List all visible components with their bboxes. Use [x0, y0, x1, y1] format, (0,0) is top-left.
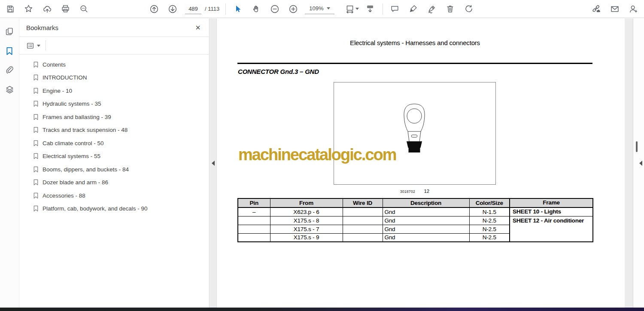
- page-header: Electrical systems - Harnesses and conne…: [237, 39, 592, 46]
- hand-tool-button[interactable]: [247, 0, 265, 18]
- bookmark-label: Frames and ballasting - 39: [43, 114, 111, 120]
- bookmark-item[interactable]: Tracks and track suspension - 48: [19, 124, 209, 137]
- cell-description: Gnd: [383, 233, 469, 242]
- bookmark-icon: [5, 47, 14, 55]
- bookmark-label: Electrical systems - 55: [43, 153, 100, 159]
- bookmark-label: Platform, cab, bodywork, and decals - 90: [43, 205, 148, 212]
- bookmarks-tab[interactable]: [0, 41, 19, 61]
- bookmark-icon: [33, 88, 39, 94]
- next-page-button[interactable]: [163, 0, 182, 18]
- paperclip-icon: [5, 66, 14, 75]
- page-total-label: / 1113: [205, 6, 219, 12]
- rotate-icon: [464, 4, 474, 14]
- bookmark-icon: [33, 179, 39, 186]
- select-tool-button[interactable]: [228, 0, 247, 18]
- collapse-tools-arrow-icon[interactable]: [639, 161, 642, 166]
- attachments-tab[interactable]: [0, 61, 19, 80]
- bookmark-label: Cab climate control - 50: [43, 140, 104, 146]
- search-icon: [79, 4, 88, 13]
- scrolling-mode-button[interactable]: [361, 0, 379, 18]
- bookmark-item[interactable]: Platform, cab, bodywork, and decals - 90: [19, 202, 209, 216]
- add-account-button[interactable]: [624, 0, 642, 18]
- cell-frame: SHEET 12 - Air conditioner: [510, 216, 593, 242]
- cell-from: X175.s - 9: [270, 233, 343, 242]
- cursor-arrow-icon: [234, 5, 242, 13]
- bookmark-item[interactable]: Engine - 10: [19, 84, 209, 98]
- bookmark-icon: [33, 74, 39, 81]
- bookmark-label: Booms, dippers, and buckets - 84: [43, 166, 129, 173]
- cell-color-size: N-2.5: [469, 225, 510, 233]
- bookmark-item[interactable]: Accessories - 88: [19, 189, 209, 202]
- bookmark-item[interactable]: Hydraulic systems - 35: [19, 98, 209, 111]
- favorite-button[interactable]: [19, 0, 38, 18]
- email-button[interactable]: [605, 0, 624, 18]
- connector-table: Pin From Wire ID Description Color/Size …: [237, 198, 593, 242]
- table-row: X175.s - 8 Gnd N-2.5 SHEET 12 - Air cond…: [238, 216, 593, 225]
- bookmark-icon: [33, 140, 39, 146]
- close-panel-button[interactable]: ×: [193, 22, 203, 33]
- previous-page-button[interactable]: [145, 0, 163, 18]
- bookmark-icon: [33, 101, 39, 107]
- page-number-input[interactable]: [185, 4, 201, 14]
- bookmark-item[interactable]: Dozer blade and arm - 86: [19, 176, 209, 189]
- zoom-level-value: 109%: [309, 5, 323, 12]
- bookmark-options-button[interactable]: [26, 42, 40, 50]
- cell-description: Gnd: [383, 225, 469, 233]
- top-toolbar: / 1113 109%: [0, 0, 644, 18]
- delete-button[interactable]: [441, 0, 459, 18]
- bookmark-icon: [33, 205, 39, 212]
- scrollbar-thumb[interactable]: [636, 141, 638, 152]
- page-thumbnails-tab[interactable]: [0, 22, 19, 41]
- toolbar-divider: [225, 3, 226, 15]
- print-button[interactable]: [56, 0, 75, 18]
- bookmark-label: INTRODUCTION: [43, 74, 87, 81]
- bookmark-item[interactable]: Contents: [19, 58, 209, 71]
- comment-button[interactable]: [386, 0, 404, 18]
- highlight-button[interactable]: [404, 0, 422, 18]
- sign-button[interactable]: [422, 0, 441, 18]
- share-link-button[interactable]: [587, 0, 605, 18]
- cloud-upload-icon: [43, 4, 52, 14]
- watermark: machinecatalogic.com: [238, 146, 396, 164]
- bookmarks-list: Contents INTRODUCTION Engine - 10 Hydrau…: [19, 55, 209, 215]
- bookmark-item[interactable]: Booms, dippers, and buckets - 84: [19, 163, 209, 176]
- column-header: Frame: [510, 198, 593, 207]
- panel-splitter[interactable]: [210, 18, 217, 308]
- bookmark-label: Hydraulic systems - 35: [43, 101, 101, 107]
- cell-from: X175.s - 8: [270, 216, 343, 225]
- bookmark-item[interactable]: INTRODUCTION: [19, 71, 209, 85]
- cell-pin: [238, 233, 270, 242]
- find-button[interactable]: [75, 0, 93, 18]
- bookmark-item[interactable]: Electrical systems - 55: [19, 150, 209, 163]
- rotate-button[interactable]: [459, 0, 478, 18]
- layers-tab[interactable]: [0, 80, 19, 99]
- fit-page-chevron-icon[interactable]: [355, 8, 359, 10]
- fit-page-icon: [345, 4, 355, 14]
- toolbar-divider: [383, 3, 383, 15]
- zoom-in-button[interactable]: [284, 0, 302, 18]
- cell-from: X175.s - 7: [270, 225, 343, 233]
- layers-icon: [5, 85, 14, 94]
- share-upload-button[interactable]: [38, 0, 56, 18]
- trash-icon: [446, 4, 455, 13]
- page-navigation: / 1113: [185, 4, 219, 14]
- star-icon: [24, 4, 33, 13]
- fountain-pen-icon: [427, 4, 437, 14]
- cell-from: X623.p - 6: [270, 207, 343, 216]
- hand-icon: [252, 4, 261, 13]
- scrolling-mode-icon: [365, 4, 375, 14]
- bookmark-item[interactable]: Cab climate control - 50: [19, 137, 209, 150]
- bookmark-icon: [33, 127, 39, 133]
- collapse-panel-arrow-icon[interactable]: [212, 161, 215, 166]
- bookmarks-panel-toolbar: [19, 37, 209, 55]
- bookmark-item[interactable]: Frames and ballasting - 39: [19, 110, 209, 124]
- page-gutter: [625, 18, 633, 308]
- cell-color-size: N-2.5: [469, 216, 510, 225]
- zoom-level-dropdown[interactable]: 109%: [305, 4, 334, 14]
- bookmark-icon: [33, 153, 39, 159]
- column-header: From: [270, 198, 343, 207]
- save-button[interactable]: [1, 0, 19, 18]
- vertical-scrollbar[interactable]: [634, 18, 644, 308]
- zoom-out-button[interactable]: [265, 0, 284, 18]
- cell-wire-id: [343, 233, 383, 242]
